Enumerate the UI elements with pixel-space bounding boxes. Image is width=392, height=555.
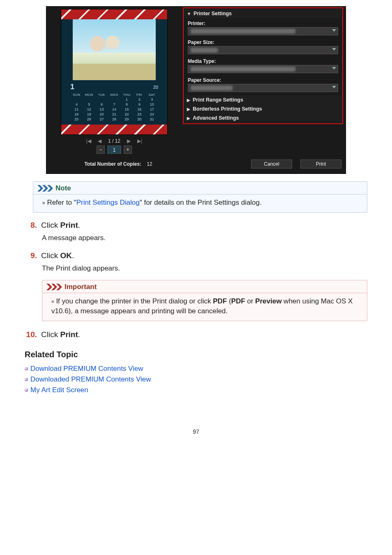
note-icon	[37, 185, 53, 192]
calendar-grid: SUN MON TUE WED THU FRI SAT 123 45678910…	[61, 92, 167, 125]
print-preview-pane: 1 20 SUN MON TUE WED THU FRI SAT 123	[46, 7, 182, 156]
copies-plus-button[interactable]: +	[124, 146, 132, 154]
paper-source-select[interactable]	[188, 84, 338, 92]
next-page-button[interactable]: ▶	[127, 138, 131, 144]
step-number: 8.	[25, 221, 37, 230]
prev-page-button[interactable]: ◀	[98, 138, 101, 144]
advanced-section[interactable]: Advanced Settings	[184, 113, 341, 123]
copies-control: − 1 +	[97, 146, 132, 154]
bullet-icon: ■	[51, 298, 54, 303]
preview-pager: |◀ ◀ 1 / 12 ▶ ▶|	[86, 138, 142, 144]
important-callout: Important ■ If you change the printer in…	[42, 280, 367, 321]
printer-label: Printer:	[184, 18, 341, 27]
decorative-border-top	[61, 9, 167, 19]
highlight-printer-settings: Printer Settings Printer: Paper Size: Me…	[183, 7, 343, 124]
print-settings-dialog-link[interactable]: Print Settings Dialog	[76, 199, 140, 206]
dialog-footer: Total Number of Copies: 12 Cancel Print	[46, 156, 346, 173]
print-range-section[interactable]: Print Range Settings	[184, 95, 341, 104]
related-topic-heading: Related Topic	[25, 350, 367, 359]
page-counter: 1 / 12	[108, 138, 120, 144]
step-9: 9. Click OK. The Print dialog appears. I…	[25, 251, 367, 321]
calendar-preview: 1 20 SUN MON TUE WED THU FRI SAT 123	[61, 9, 168, 135]
step-number: 10.	[25, 330, 37, 339]
link-download-premium[interactable]: Download PREMIUM Contents View	[30, 365, 143, 372]
note-text-pre: Refer to "	[47, 199, 76, 206]
page-number: 97	[0, 424, 392, 447]
step-8: 8. Click Print. A message appears.	[25, 221, 367, 242]
step-10: 10. Click Print.	[25, 330, 367, 339]
total-copies-label: Total Number of Copies:	[84, 161, 141, 167]
important-heading: Important	[65, 283, 97, 291]
link-downloaded-premium[interactable]: Downloaded PREMIUM Contents View	[30, 375, 151, 383]
paper-source-label: Paper Source:	[184, 75, 341, 84]
cancel-button[interactable]: Cancel	[251, 160, 292, 169]
copies-value[interactable]: 1	[107, 146, 121, 154]
chevron-down-icon	[332, 67, 336, 69]
chevron-down-icon	[332, 86, 336, 88]
paper-size-label: Paper Size:	[184, 37, 341, 46]
settings-pane: Printer Settings Printer: Paper Size: Me…	[182, 7, 346, 156]
note-text-post: " for details on the Print Settings dial…	[140, 199, 262, 206]
borderless-section[interactable]: Borderless Printing Settings	[184, 104, 341, 113]
printer-select[interactable]	[188, 27, 338, 35]
last-page-button[interactable]: ▶|	[137, 138, 142, 144]
calendar-photo	[73, 19, 156, 80]
media-type-select[interactable]	[188, 65, 338, 73]
print-button[interactable]: Print	[300, 160, 341, 169]
paper-size-select[interactable]	[188, 46, 338, 54]
decorative-border-bottom	[61, 125, 167, 134]
step-9-sub: The Print dialog appears.	[42, 264, 367, 273]
first-page-button[interactable]: |◀	[86, 138, 91, 144]
total-copies-value: 12	[147, 161, 152, 167]
calendar-month: 1	[70, 83, 74, 91]
printer-settings-section[interactable]: Printer Settings	[184, 9, 341, 18]
chevron-down-icon	[332, 48, 336, 51]
link-my-art-edit[interactable]: My Art Edit Screen	[30, 386, 88, 394]
bullet-icon: ■	[42, 200, 45, 205]
note-heading: Note	[55, 184, 71, 192]
calendar-year: 20	[153, 85, 158, 90]
note-callout: Note ■ Refer to "Print Settings Dialog" …	[33, 181, 367, 213]
step-number: 9.	[25, 251, 37, 260]
print-settings-dialog: 1 20 SUN MON TUE WED THU FRI SAT 123	[46, 6, 346, 174]
chevron-down-icon	[332, 29, 336, 32]
media-type-label: Media Type:	[184, 56, 341, 65]
print-settings-screenshot: 1 20 SUN MON TUE WED THU FRI SAT 123	[25, 0, 367, 174]
copies-minus-button[interactable]: −	[97, 146, 105, 154]
related-links: Download PREMIUM Contents View Downloade…	[25, 363, 367, 395]
step-8-sub: A message appears.	[42, 234, 367, 242]
important-icon	[46, 284, 62, 290]
